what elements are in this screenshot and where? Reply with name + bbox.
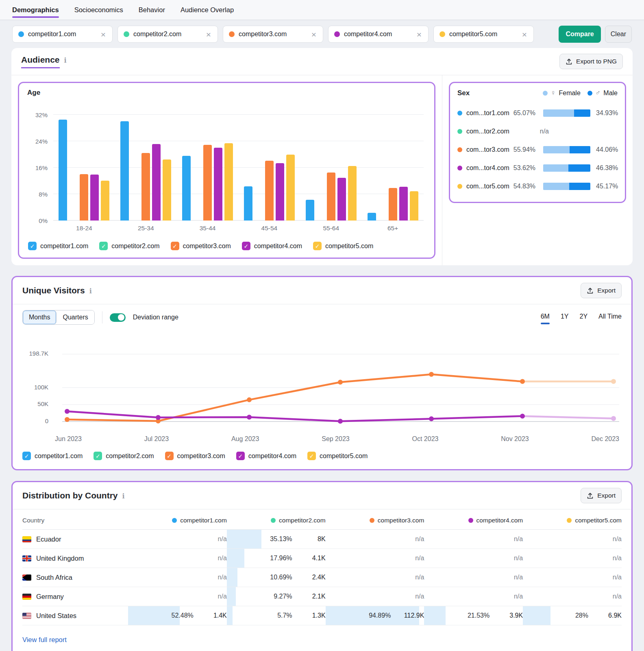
checkbox-checked-icon[interactable]: ✓ xyxy=(171,242,179,250)
male-bar-segment xyxy=(568,164,590,172)
tab-demographics[interactable]: Demographics xyxy=(12,0,59,20)
y-axis-label: 198.7K xyxy=(13,350,48,357)
y-axis-label: 8% xyxy=(27,191,48,198)
audience-card: Audience i Export to PNG Age 0%8%16%24%3… xyxy=(11,48,633,265)
y-axis-label: 0% xyxy=(27,217,48,224)
count-value: 8K xyxy=(292,535,326,543)
country-table-body: Ecuadorn/a35.13%8Kn/an/an/aUnited Kingdo… xyxy=(22,530,622,625)
close-icon[interactable]: × xyxy=(204,30,213,39)
competitor-dot-icon xyxy=(468,518,473,523)
compare-button[interactable]: Compare xyxy=(559,26,600,43)
checkbox-checked-icon[interactable]: ✓ xyxy=(22,452,31,460)
checkbox-checked-icon[interactable]: ✓ xyxy=(28,242,37,250)
export-button[interactable]: Export xyxy=(581,488,622,503)
checkbox-checked-icon[interactable]: ✓ xyxy=(242,242,250,250)
age-group-35-44 xyxy=(177,111,239,221)
audience-title-text[interactable]: Audience xyxy=(21,55,60,68)
competitor-chip-competitor4-com[interactable]: competitor4.com× xyxy=(328,26,429,43)
competitor-dot-icon xyxy=(439,31,445,37)
competitor-chip-competitor1-com[interactable]: competitor1.com× xyxy=(12,26,113,43)
tab-behavior[interactable]: Behavior xyxy=(139,0,165,20)
percent-value: 94.89% xyxy=(352,612,391,619)
cell-highlight-bar xyxy=(227,606,233,625)
range-all-time[interactable]: All Time xyxy=(598,313,622,322)
sex-row-5: com...tor5.com54.83%45.17% xyxy=(457,177,618,195)
info-icon[interactable]: i xyxy=(89,287,92,295)
y-axis-label: 32% xyxy=(27,111,48,118)
male-bar-segment xyxy=(570,146,590,153)
female-label: Female xyxy=(559,90,580,97)
checkbox-checked-icon[interactable]: ✓ xyxy=(165,452,174,460)
competitor-dot-icon xyxy=(457,129,462,134)
na-value: n/a xyxy=(588,574,622,581)
export-label: Export xyxy=(597,287,616,294)
na-value: n/a xyxy=(490,535,523,543)
toggle-quarters[interactable]: Quarters xyxy=(57,310,94,324)
info-icon[interactable]: i xyxy=(64,57,67,64)
export-to-png-button[interactable]: Export to PNG xyxy=(559,54,623,69)
toggle-months[interactable]: Months xyxy=(23,310,57,324)
close-icon[interactable]: × xyxy=(414,30,424,39)
na-value: n/a xyxy=(588,535,622,543)
count-value: 3.9K xyxy=(490,612,523,619)
count-value: 112.9K xyxy=(391,612,424,619)
x-axis-label: 25-34 xyxy=(115,225,177,232)
sex-title: Sex xyxy=(457,89,470,97)
checkbox-checked-icon[interactable]: ✓ xyxy=(307,452,316,460)
close-icon[interactable]: × xyxy=(98,30,108,39)
legend-label: competitor4.com xyxy=(248,452,296,460)
female-bar-segment xyxy=(543,109,574,117)
competitor-dot-icon xyxy=(124,31,129,37)
checkbox-checked-icon[interactable]: ✓ xyxy=(94,452,102,460)
x-axis-label: Dec 2023 xyxy=(592,435,620,443)
legend-item-competitor2-com: ✓competitor2.com xyxy=(99,242,159,250)
x-axis-label: Jun 2023 xyxy=(55,435,82,443)
cell-highlight-bar xyxy=(227,568,237,587)
data-cell: n/a xyxy=(523,549,622,568)
data-cell: n/a xyxy=(523,568,622,587)
flag-gb-icon xyxy=(22,555,31,561)
close-icon[interactable]: × xyxy=(309,30,319,39)
audience-header: Audience i Export to PNG xyxy=(11,48,633,75)
legend-label: competitor3.com xyxy=(177,452,225,460)
clear-button[interactable]: Clear xyxy=(605,26,632,43)
country-table-header: Country competitor1.comcompetitor2.comco… xyxy=(22,511,622,530)
view-full-report-link[interactable]: View full report xyxy=(13,625,631,651)
info-icon[interactable]: i xyxy=(122,492,125,500)
na-value: n/a xyxy=(490,574,523,581)
range-2y[interactable]: 2Y xyxy=(580,313,588,322)
competitor-dot-icon xyxy=(457,184,462,189)
age-bar xyxy=(306,200,314,221)
checkbox-checked-icon[interactable]: ✓ xyxy=(236,452,245,460)
na-value: n/a xyxy=(391,535,424,543)
sex-panel: Sex ♀ Female ♂ Male com xyxy=(449,82,626,203)
data-point xyxy=(520,379,525,384)
range-6m[interactable]: 6M xyxy=(541,313,550,322)
legend-label: competitor3.com xyxy=(183,242,231,250)
close-icon[interactable]: × xyxy=(520,30,529,39)
age-bar xyxy=(389,188,397,221)
tab-audience-overlap[interactable]: Audience Overlap xyxy=(181,0,234,20)
age-bar xyxy=(399,187,408,221)
competitor-chip-competitor5-com[interactable]: competitor5.com× xyxy=(433,26,534,43)
x-axis-label: Aug 2023 xyxy=(231,435,259,443)
competitor-dot-icon xyxy=(370,518,374,523)
export-button[interactable]: Export xyxy=(581,283,622,298)
y-axis-label: 50K xyxy=(13,400,48,407)
checkbox-checked-icon[interactable]: ✓ xyxy=(99,242,108,250)
tab-socioeconomics[interactable]: Socioeconomics xyxy=(74,0,123,20)
competitor-chip-competitor2-com[interactable]: competitor2.com× xyxy=(117,26,218,43)
age-bar xyxy=(286,155,295,221)
range-1y[interactable]: 1Y xyxy=(561,313,569,322)
column-header-label: competitor3.com xyxy=(378,517,424,524)
cell-highlight-bar xyxy=(227,587,236,606)
x-axis-label: Oct 2023 xyxy=(412,435,439,443)
na-value: n/a xyxy=(194,593,227,600)
deviation-range-toggle[interactable] xyxy=(110,313,126,322)
competitor-chip-competitor3-com[interactable]: competitor3.com× xyxy=(223,26,323,43)
line-chart-x-axis: Jun 2023Jul 2023Aug 2023Sep 2023Oct 2023… xyxy=(55,435,619,443)
competitor-chips-row: competitor1.com×competitor2.com×competit… xyxy=(0,20,644,48)
checkbox-checked-icon[interactable]: ✓ xyxy=(313,242,322,250)
age-group-25-34 xyxy=(115,111,177,221)
data-cell: n/a xyxy=(326,530,424,548)
